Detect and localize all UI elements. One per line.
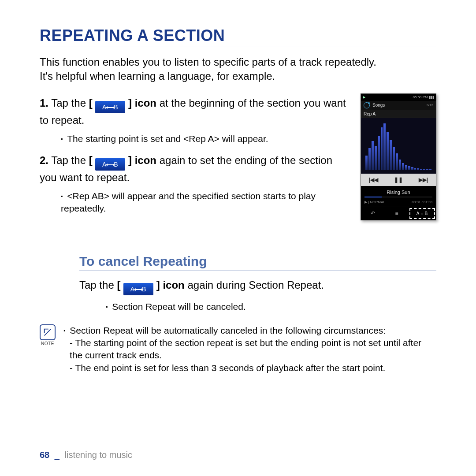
track-title: Rising Sun xyxy=(361,186,436,197)
page-footer: 68 _ listening to music xyxy=(40,450,132,460)
ab-repeat-icon: AB xyxy=(123,283,153,295)
pause-icon: ❚❚ xyxy=(394,177,403,183)
steps-list: 1. Tap the [ AB ] icon at the beginning … xyxy=(40,93,350,223)
bracket-close: ] xyxy=(128,154,132,166)
device-status-bar: ▶ 05:50 PM ▮▮▮ xyxy=(361,94,436,101)
note-lead: Section Repeat will be automatically can… xyxy=(63,324,436,337)
chapter-title: listening to music xyxy=(65,450,132,460)
step-1: 1. Tap the [ AB ] icon at the beginning … xyxy=(40,96,350,127)
next-track-icon: ▶▶| xyxy=(419,177,428,183)
note-block: NOTE Section Repeat will be automaticall… xyxy=(40,324,436,374)
music-app-icon xyxy=(364,102,370,108)
step-1-post: at the beginning of the section you want… xyxy=(40,97,346,126)
note-dash-2: - The end point is set for less than 3 s… xyxy=(70,362,436,374)
note-dash-1: - The starting point of the section repe… xyxy=(70,337,436,362)
step-2: 2. Tap the [ AB ] icon again to set the … xyxy=(40,153,350,185)
cancel-sub: Section Repeat will be canceled. xyxy=(106,301,436,312)
bracket-open: [ xyxy=(89,154,93,166)
track-counter: 3/12 xyxy=(426,103,433,107)
footer-separator: _ xyxy=(55,450,60,460)
intro-line-2: It's helpful when learning a language, f… xyxy=(40,70,275,82)
playback-mode: ▶ | NORMAL xyxy=(364,200,385,204)
prev-track-icon: |◀◀ xyxy=(369,177,378,183)
playback-controls: |◀◀ ❚❚ ▶▶| xyxy=(361,174,436,186)
step-2-sub: <Rep AB> will appear and the specified s… xyxy=(61,190,350,215)
playback-info: ▶ | NORMAL 00:31 / 01:30 xyxy=(361,197,436,207)
icon-word: icon xyxy=(135,154,156,166)
cancel-pre: Tap the xyxy=(79,279,114,291)
status-play-icon: ▶ xyxy=(363,95,365,99)
icon-word: icon xyxy=(135,97,156,109)
cancel-post: again during Section Repeat. xyxy=(187,279,324,291)
step-1-sub: The starting point is set and <Rep A> wi… xyxy=(61,133,350,145)
bracket-open: [ xyxy=(89,97,93,109)
page-number: 68 xyxy=(40,450,49,460)
intro-line-1: This function enables you to listen to s… xyxy=(40,56,376,68)
step-1-number: 1. xyxy=(40,97,48,109)
ab-repeat-icon: AB xyxy=(95,158,125,171)
intro-text: This function enables you to listen to s… xyxy=(40,55,436,84)
step-1-pre: Tap the xyxy=(51,97,86,109)
device-bottom-bar: ↶ ≡ A↔B xyxy=(361,207,436,220)
menu-icon: ≡ xyxy=(385,207,409,220)
bracket-open: [ xyxy=(117,279,120,291)
progress-bar xyxy=(364,197,432,197)
bracket-close: ] xyxy=(128,97,132,109)
note-label: NOTE xyxy=(40,341,56,346)
step-2-pre: Tap the xyxy=(51,154,86,166)
device-title: Songs xyxy=(372,103,385,108)
cancel-heading: To cancel Repeating xyxy=(79,254,436,271)
repeat-indicator: Rep A xyxy=(361,110,436,118)
page-heading: REPEATING A SECTION xyxy=(40,26,436,47)
note-icon xyxy=(40,324,56,340)
cancel-line: Tap the [ AB ] icon again during Section… xyxy=(79,278,436,295)
ab-button-highlight: A↔B xyxy=(409,208,435,219)
ab-repeat-icon: AB xyxy=(95,101,125,113)
back-icon: ↶ xyxy=(361,207,385,220)
device-title-bar: Songs 3/12 xyxy=(361,101,436,110)
status-time: 05:50 PM ▮▮▮ xyxy=(413,95,434,99)
device-screenshot: ▶ 05:50 PM ▮▮▮ Songs 3/12 Rep A |◀◀ ❚❚ ▶… xyxy=(361,93,436,223)
equalizer-display xyxy=(361,118,436,174)
step-2-number: 2. xyxy=(40,154,48,166)
icon-word: icon xyxy=(163,279,184,291)
playback-time: 00:31 / 01:30 xyxy=(412,200,432,204)
bracket-close: ] xyxy=(156,279,160,291)
